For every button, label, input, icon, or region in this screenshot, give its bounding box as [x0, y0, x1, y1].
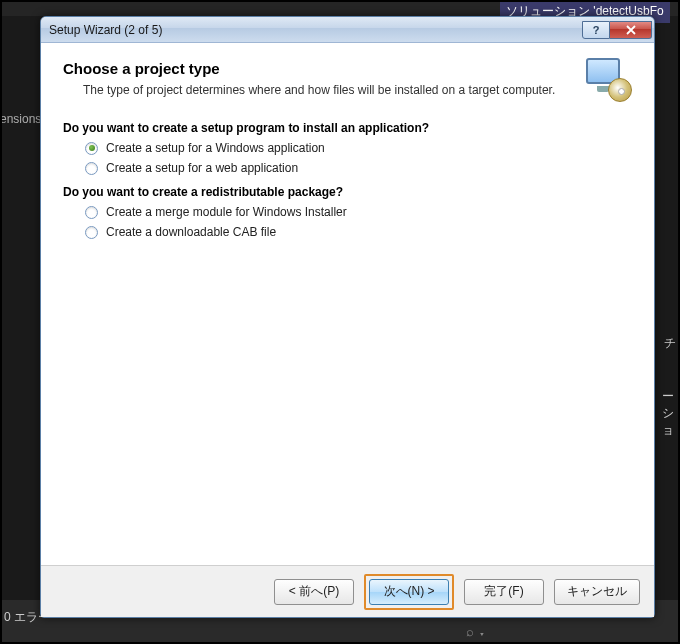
setup-icon — [584, 58, 632, 102]
radio-label: Create a downloadable CAB file — [106, 225, 276, 239]
next-button[interactable]: 次へ(N) > — [369, 579, 449, 605]
radio-web-app[interactable]: Create a setup for a web application — [85, 161, 632, 175]
page-heading: Choose a project type — [63, 60, 584, 77]
radio-label: Create a setup for a Windows application — [106, 141, 325, 155]
bg-side-label-1: チ — [664, 335, 676, 352]
finish-button[interactable]: 完了(F) — [464, 579, 544, 605]
back-button[interactable]: < 前へ(P) — [274, 579, 354, 605]
page-subheading: The type of project determines where and… — [83, 83, 584, 97]
bg-extensions-label: ensions — [0, 112, 41, 126]
bg-side-label-2: ーショ — [662, 388, 680, 439]
question-setup-program: Do you want to create a setup program to… — [63, 121, 632, 135]
radio-icon — [85, 162, 98, 175]
close-button[interactable] — [610, 21, 652, 39]
close-icon — [626, 25, 636, 35]
next-button-highlight: 次へ(N) > — [364, 574, 454, 610]
dialog-footer: < 前へ(P) 次へ(N) > 完了(F) キャンセル — [41, 565, 654, 617]
help-button[interactable]: ? — [582, 21, 610, 39]
question-redistributable: Do you want to create a redistributable … — [63, 185, 632, 199]
radio-cab-file[interactable]: Create a downloadable CAB file — [85, 225, 632, 239]
search-icon[interactable]: ⌕ ▾ — [466, 624, 486, 639]
titlebar[interactable]: Setup Wizard (2 of 5) ? — [41, 17, 654, 43]
window-title: Setup Wizard (2 of 5) — [49, 23, 582, 37]
radio-windows-app[interactable]: Create a setup for a Windows application — [85, 141, 632, 155]
radio-icon — [85, 142, 98, 155]
cancel-button[interactable]: キャンセル — [554, 579, 640, 605]
radio-icon — [85, 226, 98, 239]
setup-wizard-dialog: Setup Wizard (2 of 5) ? Choose a project… — [40, 16, 655, 618]
radio-label: Create a merge module for Windows Instal… — [106, 205, 347, 219]
radio-icon — [85, 206, 98, 219]
dialog-content: Choose a project type The type of projec… — [41, 43, 654, 565]
radio-merge-module[interactable]: Create a merge module for Windows Instal… — [85, 205, 632, 219]
radio-label: Create a setup for a web application — [106, 161, 298, 175]
